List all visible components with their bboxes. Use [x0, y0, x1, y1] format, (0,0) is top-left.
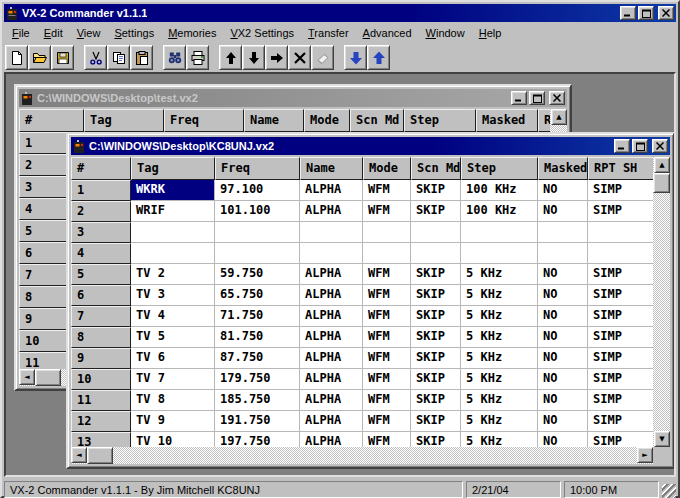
grid-cell[interactable]: SKIP — [411, 285, 461, 306]
close-button[interactable] — [658, 6, 674, 20]
grid-cell[interactable]: TV 3 — [131, 285, 215, 306]
grid-cell[interactable]: 185.750 — [215, 390, 300, 411]
menu-window[interactable]: Window — [419, 25, 472, 41]
grid-cell[interactable]: WFM — [363, 306, 411, 327]
grid-cell[interactable]: ALPHA — [300, 201, 363, 222]
grid-cell[interactable]: WFM — [363, 264, 411, 285]
menu-memories[interactable]: Memories — [161, 25, 223, 41]
move-down-button[interactable] — [242, 45, 265, 70]
grid-cell[interactable]: 5 KHz — [461, 411, 538, 432]
grid-cell[interactable]: ALPHA — [300, 180, 363, 201]
grid-cell[interactable]: 5 KHz — [461, 369, 538, 390]
grid-cell[interactable] — [411, 243, 461, 264]
column-header-Scn Md[interactable]: Scn Md — [411, 157, 461, 180]
minimize-button[interactable] — [614, 139, 630, 153]
vertical-scrollbar[interactable] — [653, 157, 670, 447]
grid-cell[interactable]: 81.750 — [215, 327, 300, 348]
column-header-RPT SH[interactable]: RPT SH — [588, 157, 659, 180]
row-number-cell[interactable]: 1 — [71, 180, 131, 201]
grid-cell[interactable]: TV 4 — [131, 306, 215, 327]
grid-cell[interactable]: TV 8 — [131, 390, 215, 411]
grid-cell[interactable]: NO — [538, 348, 588, 369]
scroll-down-button[interactable]: ▼ — [654, 431, 670, 447]
grid-cell[interactable]: 191.750 — [215, 411, 300, 432]
column-header-Mode[interactable]: Mode — [304, 109, 350, 132]
menu-view[interactable]: View — [70, 25, 108, 41]
column-header-Step[interactable]: Step — [461, 157, 538, 180]
close-button[interactable] — [549, 91, 565, 105]
grid-cell[interactable]: WFM — [363, 201, 411, 222]
close-button[interactable] — [652, 139, 668, 153]
grid-cell[interactable]: 5 KHz — [461, 390, 538, 411]
grid-cell[interactable] — [300, 243, 363, 264]
grid-cell[interactable]: SIMP — [588, 285, 659, 306]
scroll-right-button[interactable]: ► — [637, 447, 653, 463]
grid-cell[interactable]: 87.750 — [215, 348, 300, 369]
grid-cell[interactable]: ALPHA — [300, 411, 363, 432]
row-number-cell[interactable]: 8 — [71, 327, 131, 348]
grid-cell[interactable]: SIMP — [588, 180, 659, 201]
minimize-button[interactable] — [511, 91, 527, 105]
horizontal-scroll-thumb[interactable] — [35, 369, 61, 386]
grid-cell[interactable]: SIMP — [588, 264, 659, 285]
menu-advanced[interactable]: Advanced — [356, 25, 419, 41]
grid-cell[interactable]: TV 2 — [131, 264, 215, 285]
grid-cell[interactable]: TV 9 — [131, 411, 215, 432]
grid-cell[interactable]: ALPHA — [300, 285, 363, 306]
grid-cell[interactable]: SKIP — [411, 264, 461, 285]
grid-cell[interactable]: WFM — [363, 390, 411, 411]
grid-cell[interactable] — [131, 222, 215, 243]
grid-cell[interactable]: 5 KHz — [461, 306, 538, 327]
minimize-button[interactable] — [620, 6, 636, 20]
grid-cell[interactable] — [588, 222, 659, 243]
menu-transfer[interactable]: Transfer — [301, 25, 356, 41]
grid-cell[interactable]: SIMP — [588, 201, 659, 222]
row-number-cell[interactable]: 7 — [71, 306, 131, 327]
column-header-Masked[interactable]: Masked — [476, 109, 538, 132]
grid-cell[interactable]: WFM — [363, 411, 411, 432]
row-number-cell[interactable]: 4 — [71, 243, 131, 264]
grid-cell[interactable] — [363, 243, 411, 264]
grid-cell[interactable]: TV 5 — [131, 327, 215, 348]
grid-cell[interactable] — [538, 243, 588, 264]
column-header-Name[interactable]: Name — [300, 157, 363, 180]
grid-cell[interactable] — [411, 222, 461, 243]
row-number-cell[interactable]: 3 — [71, 222, 131, 243]
grid-cell[interactable]: NO — [538, 264, 588, 285]
grid-cell[interactable]: 5 KHz — [461, 327, 538, 348]
row-number-cell[interactable]: 2 — [71, 201, 131, 222]
find-button[interactable] — [163, 45, 186, 70]
cut-button[interactable] — [84, 45, 107, 70]
menu-settings[interactable]: Settings — [107, 25, 161, 41]
column-header-Name[interactable]: Name — [244, 109, 304, 132]
grid-cell[interactable] — [131, 243, 215, 264]
new-button[interactable] — [5, 45, 28, 70]
grid-cell[interactable]: NO — [538, 306, 588, 327]
column-header-#[interactable]: # — [19, 109, 84, 132]
grid-cell[interactable]: 97.100 — [215, 180, 300, 201]
grid-cell[interactable]: SKIP — [411, 201, 461, 222]
menu-edit[interactable]: Edit — [37, 25, 70, 41]
row-number-cell[interactable]: 12 — [71, 411, 131, 432]
grid-cell[interactable]: 100 KHz — [461, 180, 538, 201]
menu-vx2-settings[interactable]: VX2 Settings — [223, 25, 301, 41]
copy-button[interactable] — [107, 45, 130, 70]
grid-cell[interactable]: SKIP — [411, 348, 461, 369]
column-header-Scn Md[interactable]: Scn Md — [350, 109, 404, 132]
column-header-Tag[interactable]: Tag — [131, 157, 215, 180]
scroll-up-button[interactable]: ▲ — [654, 157, 670, 173]
grid-cell[interactable] — [461, 222, 538, 243]
grid-cell[interactable]: SKIP — [411, 390, 461, 411]
grid-cell[interactable]: WFM — [363, 180, 411, 201]
scroll-left-button[interactable]: ◄ — [19, 369, 35, 385]
menu-file[interactable]: File — [5, 25, 37, 41]
grid-cell[interactable]: 5 KHz — [461, 285, 538, 306]
maximize-button[interactable] — [632, 139, 648, 153]
grid-cell[interactable]: WRIF — [131, 201, 215, 222]
grid-cell[interactable] — [538, 222, 588, 243]
horizontal-scroll-thumb[interactable] — [87, 447, 113, 464]
grid-cell[interactable]: SIMP — [588, 327, 659, 348]
grid-cell[interactable]: SKIP — [411, 180, 461, 201]
scroll-up-button[interactable]: ▲ — [551, 109, 567, 125]
grid-cell[interactable] — [588, 243, 659, 264]
